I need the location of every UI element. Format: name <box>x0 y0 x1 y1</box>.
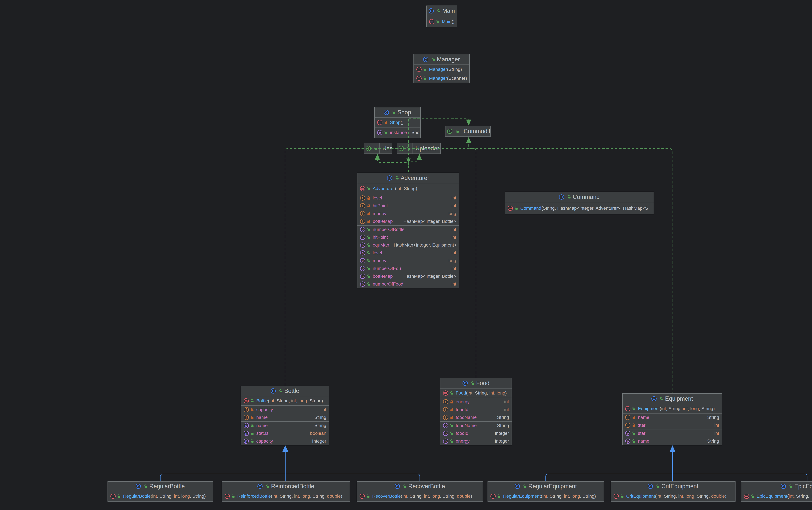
class-box-Command[interactable]: CCommandmCommand(String, HashMap<Integer… <box>505 192 654 215</box>
class-box-ReinforcedBottle[interactable]: CReinforcedBottlemReinforcedBottle(int, … <box>222 481 350 502</box>
class-box-Commodity[interactable]: ICommodity <box>445 126 491 137</box>
class-box-Adventurer[interactable]: CAdventurermAdventurer(int, String)fleve… <box>357 173 459 288</box>
section-properties: pstarintpnameString <box>622 429 722 445</box>
class-box-Bottle[interactable]: CBottlemBottle(int, String, int, long, S… <box>241 386 329 445</box>
member-row[interactable]: fmoneylong <box>357 210 459 218</box>
class-box-RegularEquipment[interactable]: CRegularEquipmentmRegularEquipment(int, … <box>488 481 604 502</box>
interface-icon: I <box>366 146 371 151</box>
class-box-RecoverBottle[interactable]: CRecoverBottlemRecoverBottle(int, String… <box>357 481 483 502</box>
member-row[interactable]: pnumberOfBottleint <box>357 226 459 233</box>
uml-diagram-canvas[interactable]: CMainmMain()CManagermManager(String)mMan… <box>0 0 812 510</box>
class-box-Equipment[interactable]: CEquipmentmEquipment(int, String, int, l… <box>622 393 722 445</box>
method-row[interactable]: mAdventurer(int, String) <box>357 183 459 194</box>
member-row[interactable]: pnumberOfEquint <box>357 264 459 273</box>
member-row[interactable]: pbottleMapHashMap<Integer, Bottle> <box>357 273 459 280</box>
member-row[interactable]: pfoodNameString <box>440 422 512 429</box>
method-icon: m <box>360 186 365 191</box>
member-name: capacity <box>256 407 273 412</box>
member-row[interactable]: ffoodNameString <box>440 414 512 421</box>
section-methods: mMain() <box>427 16 457 27</box>
method-row[interactable]: mCommand(String, HashMap<Integer, Advent… <box>505 202 654 214</box>
member-row[interactable]: pinstanceShop <box>375 128 420 138</box>
member-row[interactable]: ffoodIdint <box>440 406 512 414</box>
lock-open-icon <box>396 176 399 180</box>
property-icon: p <box>360 258 365 263</box>
member-row[interactable]: fnameString <box>622 414 722 421</box>
arrowhead-commodity-arrowhead-down <box>466 119 471 125</box>
class-box-Uploader[interactable]: IUploader <box>397 143 441 154</box>
method-row[interactable]: mCritEquipment(int, String, int, long, S… <box>611 491 735 501</box>
class-title: Uploader <box>414 145 440 152</box>
lock-open-icon <box>751 494 754 498</box>
class-header[interactable]: CRegularBottle <box>108 482 212 491</box>
method-row[interactable]: mBottle(int, String, int, long, String) <box>241 396 329 405</box>
arrowhead-equipment-arrowhead-up <box>670 445 675 452</box>
method-icon: m <box>243 398 249 403</box>
class-header[interactable]: CFood <box>440 378 512 389</box>
lock-open-icon <box>251 399 254 403</box>
member-row[interactable]: pstatusboolean <box>241 429 329 437</box>
property-icon: p <box>443 423 448 428</box>
method-row[interactable]: mFood(int, String, int, long) <box>440 389 512 398</box>
class-header[interactable]: CAdventurer <box>357 173 459 183</box>
class-header[interactable]: CShop <box>375 107 420 118</box>
class-header[interactable]: CEquipment <box>622 394 722 404</box>
class-header[interactable]: CBottle <box>241 386 329 396</box>
member-row[interactable]: plevelint <box>357 249 459 257</box>
member-row[interactable]: phitPointint <box>357 233 459 241</box>
class-box-Shop[interactable]: CShopmShop()pinstanceShop <box>374 107 420 138</box>
member-row[interactable]: fcapacityint <box>241 406 329 414</box>
member-row[interactable]: pfoodIdInteger <box>440 429 512 437</box>
member-row[interactable]: pstarint <box>622 429 722 437</box>
member-row[interactable]: fenergyint <box>440 398 512 406</box>
class-box-Manager[interactable]: CManagermManager(String)mManager(Scanner… <box>413 54 470 83</box>
method-row[interactable]: mRegularEquipment(int, String, int, long… <box>488 491 604 501</box>
member-row[interactable]: pmoneylong <box>357 257 459 264</box>
member-row[interactable]: fstarint <box>622 421 722 429</box>
method-row[interactable]: mEquipment(int, String, int, long, Strin… <box>622 404 722 413</box>
class-header[interactable]: CCommand <box>505 192 654 202</box>
class-header[interactable]: CEpicEquipment <box>742 482 812 491</box>
class-header[interactable]: CCritEquipment <box>611 482 735 491</box>
member-type: long <box>443 211 456 216</box>
class-header[interactable]: CReinforcedBottle <box>222 482 350 491</box>
class-box-User[interactable]: IUser <box>364 143 392 154</box>
class-box-Main[interactable]: CMainmMain() <box>426 5 457 27</box>
member-name: foodName <box>456 415 476 420</box>
member-row[interactable]: fhitPointint <box>357 202 459 210</box>
method-row[interactable]: mShop() <box>375 118 420 127</box>
member-row[interactable]: pcapacityInteger <box>241 437 329 445</box>
member-row[interactable]: pequMapHashMap<Integer, Equipment> <box>357 241 459 249</box>
method-row[interactable]: mReinforcedBottle(int, String, int, long… <box>222 491 350 501</box>
method-row[interactable]: mManager(String) <box>414 65 469 74</box>
class-box-EpicEquipment[interactable]: CEpicEquipmentmEpicEquipment(int, String… <box>741 481 812 502</box>
class-header[interactable]: CMain <box>427 6 457 16</box>
class-header[interactable]: IUser <box>364 143 392 154</box>
member-row[interactable]: flevelint <box>357 194 459 202</box>
member-row[interactable]: pnameString <box>622 437 722 445</box>
class-header[interactable]: CManager <box>414 54 469 65</box>
class-header[interactable]: CRegularEquipment <box>488 482 604 491</box>
class-title: Main <box>442 7 455 14</box>
member-row[interactable]: fnameString <box>241 414 329 421</box>
method-row[interactable]: mRecoverBottle(int, String, int, long, S… <box>357 491 483 501</box>
class-header[interactable]: CRecoverBottle <box>357 482 483 491</box>
class-box-Food[interactable]: CFoodmFood(int, String, int, long)fenerg… <box>440 378 512 445</box>
member-type: int <box>447 266 456 271</box>
member-row[interactable]: pnumberOfFoodint <box>357 280 459 288</box>
class-header[interactable]: ICommodity <box>445 126 490 137</box>
class-header[interactable]: IUploader <box>397 143 440 154</box>
member-row[interactable]: penergyInteger <box>440 437 512 445</box>
method-row[interactable]: mEpicEquipment(int, String, int, long, S… <box>742 491 812 501</box>
member-name: bottleMap <box>373 274 393 279</box>
method-row[interactable]: mManager(Scanner) <box>414 74 469 83</box>
method-row[interactable]: mRegularBottle(int, String, int, long, S… <box>108 491 212 501</box>
method-signature: Command(String, HashMap<Integer, Adventu… <box>520 206 648 211</box>
class-box-RegularBottle[interactable]: CRegularBottlemRegularBottle(int, String… <box>108 481 213 502</box>
class-box-CritEquipment[interactable]: CCritEquipmentmCritEquipment(int, String… <box>611 481 735 502</box>
class-icon: C <box>559 194 564 200</box>
lock-open-icon <box>366 494 370 498</box>
method-row[interactable]: mMain() <box>427 16 457 27</box>
member-row[interactable]: pnameString <box>241 422 329 429</box>
member-row[interactable]: fbottleMapHashMap<Integer, Bottle> <box>357 218 459 225</box>
